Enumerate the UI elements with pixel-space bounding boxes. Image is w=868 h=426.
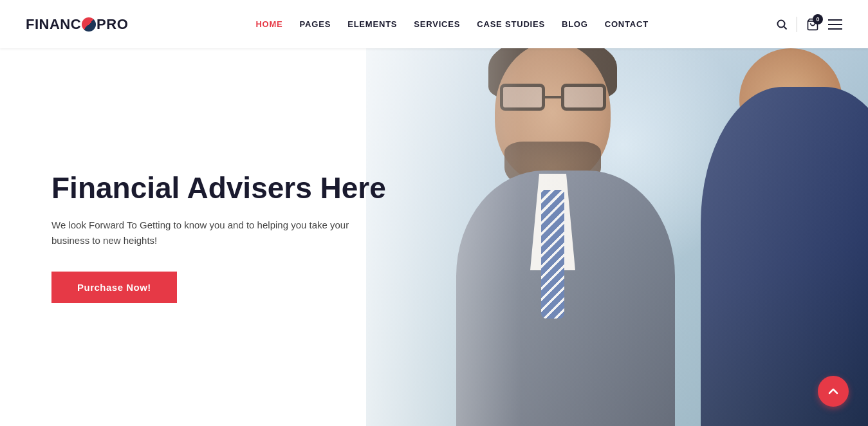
hamburger-button[interactable] [828, 19, 842, 30]
search-button[interactable] [776, 19, 788, 30]
nav-elements[interactable]: ELEMENTS [341, 15, 403, 33]
hero-content: Financial Advisers Here We look Forward … [0, 48, 868, 426]
svg-line-1 [784, 26, 786, 29]
hamburger-icon [828, 19, 842, 30]
nav-contact[interactable]: CONTACT [598, 15, 655, 33]
cart-wrapper[interactable]: 0 [806, 18, 819, 31]
logo-text-before: FINANC [26, 16, 81, 33]
svg-point-0 [777, 20, 784, 27]
header: FINANC PRO HOME PAGES ELEMENTS SERVICES … [0, 0, 868, 48]
header-divider [797, 17, 797, 32]
logo-icon [82, 17, 96, 32]
logo-text-after: PRO [97, 16, 128, 33]
header-icons: 0 [776, 17, 842, 32]
cart-badge: 0 [813, 14, 823, 24]
nav-case-studies[interactable]: CASE STUDIES [470, 15, 551, 33]
purchase-now-button[interactable]: Purchase Now! [51, 272, 177, 303]
search-icon [776, 19, 788, 30]
hero-section: Financial Advisers Here We look Forward … [0, 48, 868, 426]
scroll-to-top-button[interactable] [818, 376, 849, 407]
hero-subtitle: We look Forward To Getting to know you a… [51, 218, 380, 248]
nav-home[interactable]: HOME [249, 15, 289, 33]
nav-services[interactable]: SERVICES [407, 15, 466, 33]
arrow-up-icon [827, 385, 840, 398]
logo[interactable]: FINANC PRO [26, 16, 128, 33]
nav-blog[interactable]: BLOG [555, 15, 595, 33]
hero-title: Financial Advisers Here [51, 171, 438, 205]
nav-pages[interactable]: PAGES [293, 15, 338, 33]
main-nav: HOME PAGES ELEMENTS SERVICES CASE STUDIE… [249, 15, 655, 33]
